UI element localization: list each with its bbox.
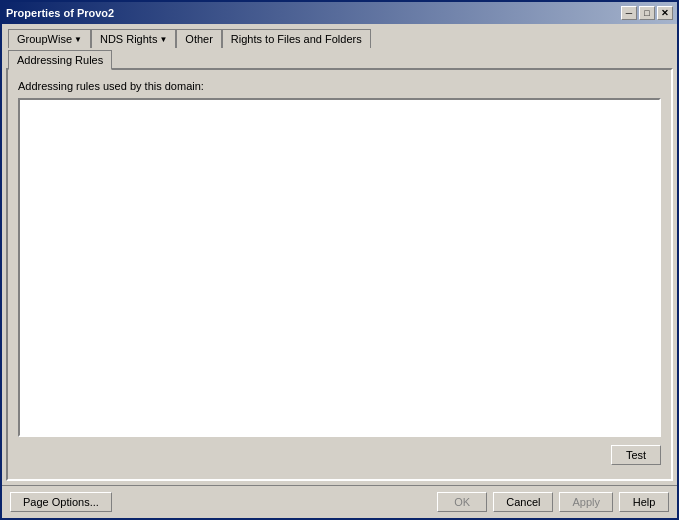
help-button[interactable]: Help <box>619 492 669 512</box>
test-button-row: Test <box>18 445 661 465</box>
close-button[interactable]: ✕ <box>657 6 673 20</box>
cancel-button[interactable]: Cancel <box>493 492 553 512</box>
minimize-button[interactable]: ─ <box>621 6 637 20</box>
test-button[interactable]: Test <box>611 445 661 465</box>
addressing-rules-list[interactable] <box>18 98 661 437</box>
bottom-right-buttons: OK Cancel Apply Help <box>437 492 669 512</box>
main-window: Properties of Provo2 ─ □ ✕ GroupWise ▼ N… <box>0 0 679 520</box>
content-area: GroupWise ▼ NDS Rights ▼ Other Rights to… <box>2 24 677 485</box>
bottom-bar: Page Options... OK Cancel Apply Help <box>2 485 677 518</box>
tab-nds-rights[interactable]: NDS Rights ▼ <box>91 29 176 48</box>
tab-rights-files-folders[interactable]: Rights to Files and Folders <box>222 29 371 48</box>
nds-rights-dropdown-icon[interactable]: ▼ <box>159 35 167 44</box>
section-description: Addressing rules used by this domain: <box>18 80 661 92</box>
tab-other[interactable]: Other <box>176 29 222 48</box>
main-panel: Addressing rules used by this domain: Te… <box>6 68 673 481</box>
title-bar-buttons: ─ □ ✕ <box>621 6 673 20</box>
apply-button[interactable]: Apply <box>559 492 613 512</box>
tab-row-1: GroupWise ▼ NDS Rights ▼ Other Rights to… <box>6 28 673 47</box>
maximize-button[interactable]: □ <box>639 6 655 20</box>
window-title: Properties of Provo2 <box>6 7 114 19</box>
title-bar: Properties of Provo2 ─ □ ✕ <box>2 2 677 24</box>
ok-button[interactable]: OK <box>437 492 487 512</box>
groupwise-dropdown-icon[interactable]: ▼ <box>74 35 82 44</box>
page-options-button[interactable]: Page Options... <box>10 492 112 512</box>
tab-row-2: Addressing Rules <box>6 49 673 69</box>
tab-groupwise[interactable]: GroupWise ▼ <box>8 29 91 48</box>
tab-addressing-rules[interactable]: Addressing Rules <box>8 50 112 70</box>
